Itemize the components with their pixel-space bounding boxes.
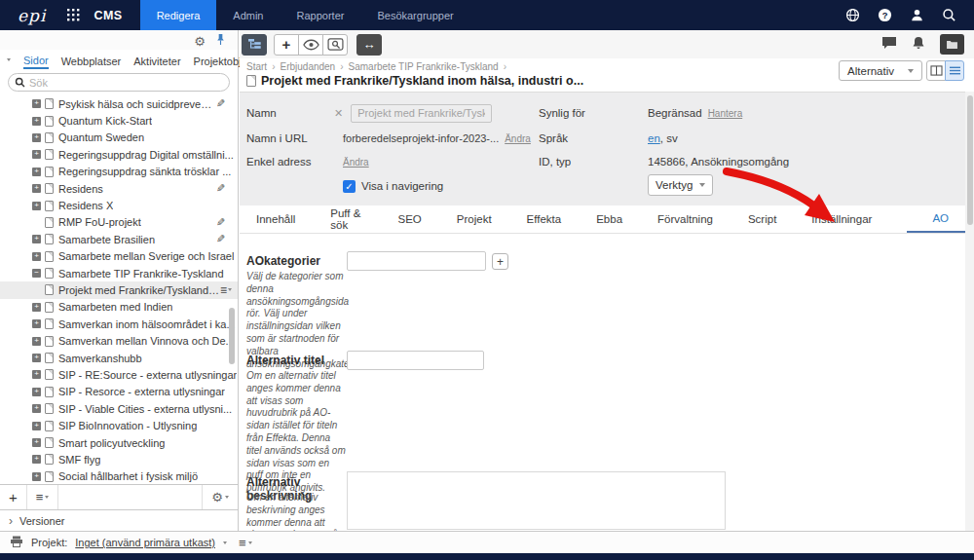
expand-icon[interactable]: + bbox=[32, 252, 41, 261]
expand-icon[interactable]: + bbox=[32, 422, 41, 430]
notifications-bell-icon[interactable] bbox=[912, 36, 925, 54]
tab-script[interactable]: Script bbox=[748, 205, 776, 233]
tree-item[interactable]: +Quantum Kick-Start bbox=[0, 112, 238, 129]
tree-item[interactable]: +Samverkanshubb bbox=[0, 350, 238, 366]
expand-icon[interactable]: + bbox=[32, 99, 41, 108]
show-in-navigation-checkbox[interactable]: ✓ bbox=[343, 180, 356, 193]
chevron-down-icon[interactable] bbox=[7, 58, 11, 61]
change-url-link[interactable]: Ändra bbox=[505, 133, 531, 144]
change-address-link[interactable]: Ändra bbox=[343, 157, 369, 168]
add-category-button[interactable]: + bbox=[492, 253, 508, 270]
tree-item[interactable]: +Quantum Sweden bbox=[0, 130, 238, 146]
expand-icon[interactable]: + bbox=[32, 388, 41, 396]
user-icon[interactable] bbox=[910, 8, 924, 22]
tree-item[interactable]: +Social hållbarhet i fysisk miljö bbox=[0, 468, 238, 484]
expand-icon[interactable]: + bbox=[32, 337, 41, 346]
tab-ebba[interactable]: Ebba bbox=[596, 205, 622, 233]
preview-button[interactable] bbox=[298, 34, 323, 56]
pin-icon[interactable] bbox=[215, 32, 226, 50]
search-icon[interactable] bbox=[942, 8, 956, 22]
list-view-toggle[interactable] bbox=[945, 60, 964, 81]
breadcrumb-erbjudanden[interactable]: Erbjudanden bbox=[280, 61, 335, 72]
tab-projekt[interactable]: Projekt bbox=[457, 205, 492, 233]
sidebar-tab-webbplatser[interactable]: Webbplatser bbox=[61, 53, 122, 68]
tab-innehall[interactable]: Innehåll bbox=[256, 205, 295, 233]
sidebar-tab-sidor[interactable]: Sidor bbox=[23, 52, 49, 69]
expand-icon[interactable]: + bbox=[32, 235, 41, 243]
expand-icon[interactable]: + bbox=[32, 370, 41, 379]
tree-item[interactable]: +SMF flyg bbox=[0, 451, 238, 467]
tree-item[interactable]: +Smart policyutveckling bbox=[0, 434, 238, 451]
tree-item[interactable]: +Samarbete mellan Sverige och Israel bbox=[0, 248, 238, 265]
tree-item[interactable]: +SIP BioInnovation - Utlysning bbox=[0, 417, 238, 433]
clear-edit-icon[interactable]: ✕ bbox=[334, 107, 343, 120]
nav-rapporter[interactable]: Rapporter bbox=[281, 0, 361, 30]
manage-link[interactable]: Hantera bbox=[708, 108, 743, 119]
tree-item[interactable]: +Samverkan inom hälsoområdet i ka... bbox=[0, 316, 238, 332]
help-icon[interactable]: ? bbox=[878, 8, 892, 22]
expand-icon[interactable]: + bbox=[32, 184, 41, 193]
gear-icon[interactable]: ⚙ bbox=[194, 35, 206, 48]
compare-button[interactable]: ↔ bbox=[356, 34, 382, 56]
tree-item[interactable]: +Regeringsuppdrag Digital omställni... bbox=[0, 146, 238, 163]
tab-seo[interactable]: SEO bbox=[398, 205, 422, 233]
tree-item-selected[interactable]: Projekt med Frankrike/Tyskland ...≡ bbox=[0, 281, 238, 298]
project-menu-button[interactable]: ≡ bbox=[239, 536, 252, 550]
versions-section[interactable]: › Versioner bbox=[0, 509, 238, 531]
tree-settings-button[interactable]: ⚙ bbox=[202, 485, 238, 509]
expand-icon[interactable]: + bbox=[32, 438, 41, 447]
tree-menu-button[interactable]: ≡ bbox=[27, 485, 59, 509]
tree-item[interactable]: +Samarbeten med Indien bbox=[0, 299, 238, 316]
alt-desc-textarea[interactable] bbox=[347, 471, 726, 530]
tree-item[interactable]: +Samarbete Brasilien✎ bbox=[0, 231, 238, 247]
options-button[interactable]: Alternativ bbox=[839, 60, 922, 81]
chevron-down-icon[interactable] bbox=[223, 541, 227, 544]
expand-icon[interactable]: + bbox=[32, 354, 41, 362]
tree-item[interactable]: +Residens X bbox=[0, 197, 238, 213]
split-view-toggle[interactable] bbox=[926, 60, 946, 81]
tree-item[interactable]: −Samarbete TIP Frankrike-Tyskland bbox=[0, 265, 238, 281]
breadcrumb-parent[interactable]: Samarbete TIP Frankrike-Tyskland bbox=[349, 61, 499, 72]
scrollbar-thumb[interactable] bbox=[967, 95, 973, 225]
main-scrollbar[interactable] bbox=[965, 92, 974, 531]
alt-title-input[interactable] bbox=[347, 351, 484, 370]
tab-effekta[interactable]: Effekta bbox=[527, 205, 562, 233]
comments-icon[interactable] bbox=[881, 36, 897, 54]
nav-redigera[interactable]: Redigera bbox=[140, 0, 217, 30]
toggle-tree-button[interactable] bbox=[242, 34, 267, 56]
tree-item[interactable]: RMP FoU-projekt✎ bbox=[0, 214, 238, 231]
tree-item[interactable]: +Regeringsuppdrag sänkta trösklar ... bbox=[0, 164, 238, 180]
sidebar-tab-aktiviteter[interactable]: Aktiviteter bbox=[133, 53, 180, 68]
expand-icon[interactable]: + bbox=[32, 404, 41, 413]
view-settings-button[interactable] bbox=[322, 34, 348, 56]
nav-admin[interactable]: Admin bbox=[216, 0, 280, 30]
tree-item[interactable]: +SIP - RE:Source - externa utlysningar bbox=[0, 366, 238, 383]
tree-item[interactable]: +Psykisk hälsa och suicidprevent...✎ bbox=[0, 95, 238, 112]
name-input[interactable] bbox=[351, 104, 492, 123]
tree-item[interactable]: +SIP - Viable Cities - externa utlysni..… bbox=[0, 400, 238, 417]
expand-icon[interactable]: + bbox=[32, 303, 41, 312]
expand-icon[interactable]: + bbox=[32, 168, 41, 176]
tree-scrollbar[interactable] bbox=[229, 308, 235, 364]
breadcrumb-start[interactable]: Start bbox=[246, 61, 267, 72]
expand-icon[interactable]: + bbox=[32, 150, 41, 159]
tree-item[interactable]: +SIP - Resorce - externa utlysningar bbox=[0, 384, 238, 400]
project-selector-link[interactable]: Inget (använd primära utkast) bbox=[75, 537, 215, 548]
expand-icon[interactable]: + bbox=[32, 133, 41, 142]
expand-icon[interactable]: + bbox=[32, 117, 41, 126]
add-page-button[interactable]: + bbox=[0, 485, 27, 509]
globe-icon[interactable] bbox=[845, 8, 860, 22]
tab-forvaltning[interactable]: Förvaltning bbox=[657, 205, 713, 233]
categories-input[interactable] bbox=[347, 251, 486, 271]
nav-besokargrupper[interactable]: Besökargrupper bbox=[360, 0, 469, 30]
tools-dropdown[interactable]: Verktyg bbox=[648, 174, 713, 196]
expand-icon[interactable]: + bbox=[32, 202, 41, 210]
app-grid-icon[interactable] bbox=[59, 0, 88, 30]
tab-installningar[interactable]: Inställningar bbox=[811, 205, 872, 233]
expand-icon[interactable]: + bbox=[32, 472, 41, 481]
expand-icon[interactable]: + bbox=[32, 455, 41, 464]
new-page-button[interactable]: + bbox=[274, 34, 299, 56]
collapse-icon[interactable]: − bbox=[32, 269, 41, 278]
tree-item[interactable]: +Residens✎ bbox=[0, 180, 238, 197]
tree-item[interactable]: +Samverkan mellan Vinnova och De... bbox=[0, 332, 238, 349]
